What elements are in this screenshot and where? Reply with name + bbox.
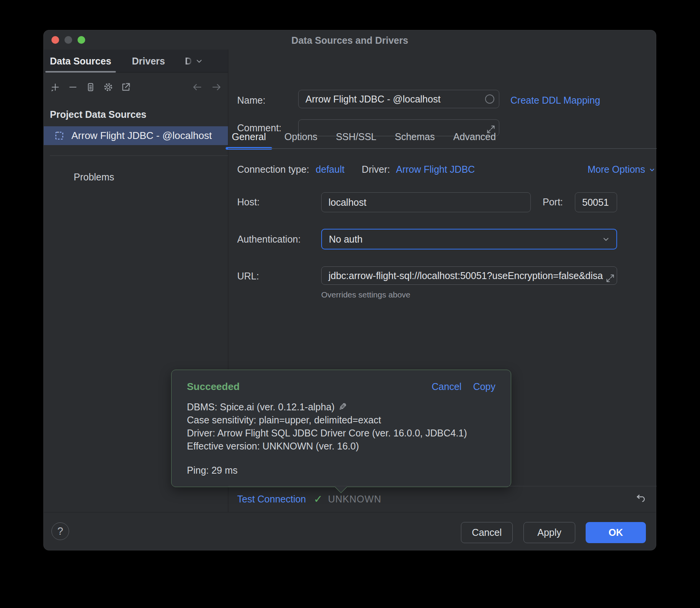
port-input[interactable]: 50051	[575, 192, 617, 212]
back-arrow-button[interactable]	[190, 79, 205, 95]
name-label: Name:	[237, 95, 266, 106]
data-sources-dialog: Data Sources and Drivers Data Sources Dr…	[43, 30, 656, 550]
expand-icon[interactable]	[605, 273, 615, 283]
name-circle-icon	[485, 94, 494, 104]
settings-tabs: General Options SSH/SSL Schemas Advanced	[229, 127, 511, 146]
help-button[interactable]: ?	[51, 522, 69, 540]
popup-ping-line: Ping: 29 ms	[187, 465, 495, 476]
connection-type-value-link[interactable]: default	[316, 164, 345, 175]
add-button[interactable]	[48, 79, 63, 95]
driver-value-link[interactable]: Arrow Flight JDBC	[396, 164, 475, 175]
test-connection-row: Test Connection ✓ UNKNOWN	[228, 486, 657, 512]
forward-arrow-button[interactable]	[209, 79, 224, 95]
more-options-label: More Options	[588, 164, 645, 175]
sidebar-tab-strip: Data Sources Drivers D	[44, 50, 228, 73]
tab-ssh-ssl[interactable]: SSH/SSL	[333, 127, 380, 146]
sidebar-item-problems[interactable]: Problems	[74, 172, 114, 183]
name-input[interactable]: Arrow Flight JDBC - @localhost	[298, 90, 499, 108]
duplicate-button[interactable]	[83, 79, 98, 95]
test-connection-link[interactable]: Test Connection	[237, 494, 306, 505]
test-connection-popup: Succeeded Cancel Copy DBMS: Spice.ai (ve…	[171, 370, 511, 487]
data-source-label: Arrow Flight JDBC - @localhost	[71, 130, 212, 142]
titlebar: Data Sources and Drivers	[44, 30, 656, 50]
url-hint: Overrides settings above	[321, 290, 410, 299]
gear-button[interactable]	[101, 79, 116, 95]
tabs-divider	[228, 148, 657, 149]
url-input[interactable]: jdbc:arrow-flight-sql://localhost:50051?…	[321, 266, 617, 285]
popup-copy-link[interactable]: Copy	[473, 381, 495, 392]
open-in-new-window-button[interactable]	[118, 79, 134, 95]
edit-pencil-icon[interactable]: ✎	[338, 400, 347, 413]
popup-dbms-line: DBMS: Spice.ai (ver. 0.12.1-alpha)	[187, 400, 335, 413]
test-connection-status: UNKNOWN	[328, 494, 381, 505]
project-data-sources-header: Project Data Sources	[50, 109, 147, 120]
chevron-down-icon	[601, 234, 611, 244]
tab-general[interactable]: General	[229, 127, 269, 146]
popup-cancel-link[interactable]: Cancel	[432, 381, 462, 392]
remove-button[interactable]	[65, 79, 81, 95]
dialog-footer: ? Cancel Apply OK	[44, 512, 656, 550]
popup-case-line: Case sensitivity: plain=upper, delimited…	[187, 413, 381, 426]
url-value: jdbc:arrow-flight-sql://localhost:50051?…	[329, 270, 603, 281]
authentication-select[interactable]: No auth	[321, 229, 617, 249]
cancel-button[interactable]: Cancel	[461, 522, 513, 543]
authentication-label: Authentication:	[237, 234, 300, 245]
sidebar-toolbar	[48, 76, 228, 98]
tab-options[interactable]: Options	[281, 127, 320, 146]
window-title: Data Sources and Drivers	[44, 30, 656, 50]
tab-schemas[interactable]: Schemas	[392, 127, 438, 146]
unknown-dbms-icon	[54, 131, 64, 141]
url-label: URL:	[237, 271, 259, 282]
driver-label: Driver:	[362, 164, 390, 175]
popup-driver-line: Driver: Arrow Flight SQL JDBC Driver Cor…	[187, 426, 467, 439]
port-label: Port:	[543, 197, 563, 208]
more-options-link[interactable]: More Options	[588, 164, 657, 175]
host-value: localhost	[329, 197, 367, 208]
name-value: Arrow Flight JDBC - @localhost	[305, 94, 441, 105]
authentication-value: No auth	[329, 234, 363, 245]
connection-type-row: Connection type: default Driver: Arrow F…	[237, 164, 657, 175]
popup-status: Succeeded	[187, 381, 239, 393]
create-ddl-mapping-link[interactable]: Create DDL Mapping	[510, 95, 600, 106]
chevron-down-icon[interactable]	[194, 56, 204, 66]
apply-button[interactable]: Apply	[523, 522, 575, 543]
sidebar-section-divider	[50, 155, 228, 156]
popup-version-line: Effective version: UNKNOWN (ver. 16.0)	[187, 439, 359, 453]
port-value: 50051	[582, 197, 609, 208]
ok-button[interactable]: OK	[586, 522, 646, 543]
connection-type-label: Connection type:	[237, 164, 309, 175]
tab-ddl-truncated[interactable]: D	[180, 50, 193, 73]
tab-advanced[interactable]: Advanced	[450, 127, 499, 146]
undo-button[interactable]	[635, 492, 649, 506]
host-label: Host:	[237, 197, 259, 208]
chevron-down-icon	[647, 165, 657, 174]
success-check-icon: ✓	[314, 493, 322, 506]
tab-data-sources[interactable]: Data Sources	[45, 50, 116, 73]
tab-drivers[interactable]: Drivers	[127, 50, 170, 73]
host-input[interactable]: localhost	[321, 192, 531, 212]
data-source-list-item[interactable]: Arrow Flight JDBC - @localhost	[44, 126, 228, 145]
